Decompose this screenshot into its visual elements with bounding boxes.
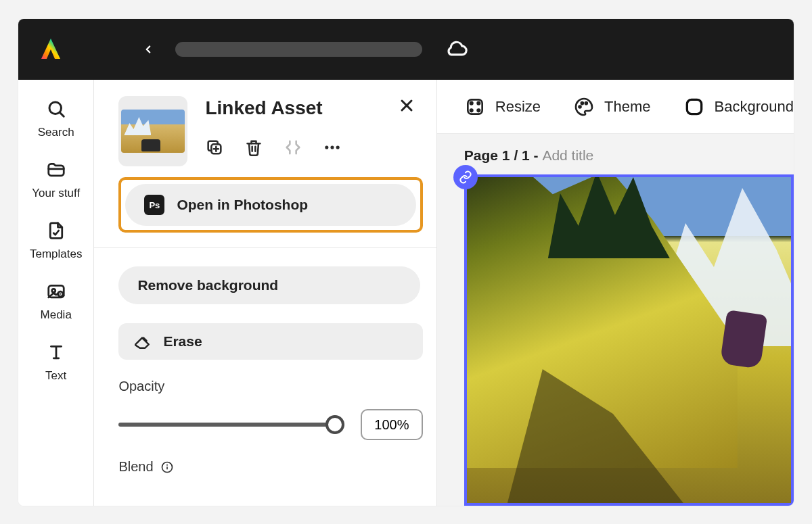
- opacity-slider[interactable]: [118, 414, 344, 435]
- info-icon[interactable]: [160, 460, 174, 474]
- rail-item-text[interactable]: Text: [18, 342, 93, 383]
- open-in-photoshop-highlight: Ps Open in Photoshop: [118, 177, 422, 233]
- theme-tool[interactable]: Theme: [573, 96, 650, 118]
- palette-icon: [573, 96, 595, 118]
- svg-point-20: [166, 464, 168, 465]
- canvas-area: Resize Theme Background Page 1 / 1 - Add…: [437, 80, 794, 506]
- eraser-icon: [133, 333, 151, 350]
- svg-point-28: [585, 102, 587, 104]
- page-indicator[interactable]: Page 1 / 1 - Add title: [464, 147, 794, 164]
- rail-item-search[interactable]: Search: [18, 99, 93, 139]
- erase-label: Erase: [163, 333, 202, 350]
- back-button[interactable]: [139, 40, 158, 59]
- unlink-icon: [284, 138, 302, 160]
- asset-thumbnail[interactable]: [118, 96, 187, 166]
- svg-point-24: [470, 109, 472, 111]
- background-label: Background: [715, 98, 794, 116]
- page-title-placeholder: Add title: [542, 147, 593, 163]
- blend-label: Blend: [118, 459, 153, 475]
- rail-label-templates: Templates: [30, 247, 82, 261]
- artboard[interactable]: [464, 174, 794, 506]
- canvas-toolbar: Resize Theme Background: [437, 80, 794, 134]
- svg-point-25: [477, 109, 479, 111]
- duplicate-icon[interactable]: [205, 138, 224, 160]
- svg-point-27: [581, 102, 583, 104]
- open-in-photoshop-label: Open in Photoshop: [177, 197, 308, 213]
- properties-panel: Linked Asset: [94, 80, 436, 506]
- svg-point-4: [51, 289, 55, 292]
- resize-tool[interactable]: Resize: [464, 96, 541, 118]
- svg-point-23: [477, 101, 479, 103]
- opacity-value-input[interactable]: 100%: [361, 409, 423, 440]
- linked-asset-badge[interactable]: [453, 165, 478, 189]
- rail-label-media: Media: [41, 308, 72, 322]
- open-in-photoshop-button[interactable]: Ps Open in Photoshop: [125, 184, 415, 226]
- rail-item-media[interactable]: Media: [18, 281, 93, 322]
- rail-item-templates[interactable]: Templates: [18, 220, 93, 261]
- opacity-label: Opacity: [118, 379, 422, 394]
- app-logo: [39, 37, 63, 62]
- svg-point-26: [579, 105, 581, 108]
- delete-icon[interactable]: [244, 138, 263, 160]
- svg-line-1: [60, 112, 64, 116]
- rail-item-your-stuff[interactable]: Your stuff: [18, 160, 93, 200]
- rail-label-text: Text: [45, 369, 66, 383]
- top-bar: [18, 19, 794, 80]
- more-icon[interactable]: [323, 138, 342, 160]
- remove-background-label: Remove background: [137, 277, 278, 293]
- theme-label: Theme: [604, 98, 650, 116]
- erase-button[interactable]: Erase: [118, 323, 422, 360]
- rail-label-search: Search: [38, 126, 74, 139]
- cloud-sync-icon[interactable]: [445, 37, 468, 62]
- resize-icon: [464, 96, 486, 118]
- left-rail: Search Your stuff Templates Media Text: [18, 80, 94, 506]
- background-tool[interactable]: Background: [683, 96, 794, 118]
- remove-background-button[interactable]: Remove background: [118, 266, 420, 304]
- close-panel-button[interactable]: [399, 97, 415, 116]
- link-icon: [459, 170, 472, 184]
- resize-label: Resize: [495, 98, 541, 116]
- panel-title: Linked Asset: [205, 97, 322, 119]
- svg-rect-29: [687, 99, 701, 114]
- svg-point-17: [336, 145, 340, 149]
- page-number: Page 1 / 1 -: [464, 147, 543, 163]
- document-title-placeholder[interactable]: [175, 42, 422, 57]
- svg-point-16: [331, 145, 334, 149]
- svg-point-15: [325, 145, 329, 149]
- svg-point-22: [470, 101, 472, 103]
- photoshop-icon: Ps: [144, 195, 164, 215]
- rail-label-your-stuff: Your stuff: [32, 187, 80, 200]
- background-icon: [683, 96, 705, 118]
